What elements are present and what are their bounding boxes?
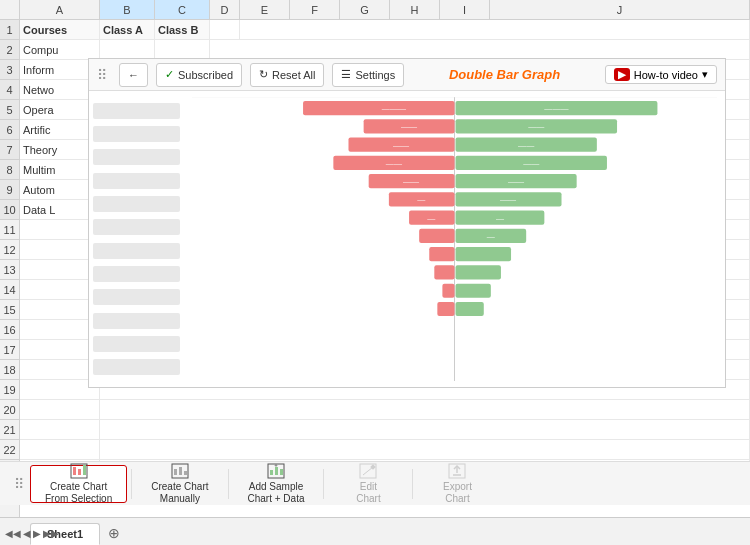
svg-rect-17 (371, 464, 377, 470)
add-sample-chart-button[interactable]: + Add SampleChart + Data (233, 465, 320, 503)
bar-left-9 (429, 247, 454, 261)
subscribed-button[interactable]: ✓ Subscribed (156, 63, 242, 87)
toolbar-separator-1 (131, 469, 132, 499)
cell-b2[interactable] (100, 40, 155, 59)
cell-a1[interactable]: Courses (20, 20, 100, 39)
howto-label: How-to video (634, 69, 698, 81)
cell-rest-22[interactable] (100, 440, 750, 459)
row-num-9[interactable]: 9 (0, 180, 19, 200)
tab-next-arrow[interactable]: ▶ (33, 528, 41, 539)
row-num-20[interactable]: 20 (0, 400, 19, 420)
row-num-17[interactable]: 17 (0, 340, 19, 360)
cell-rest-1[interactable] (240, 20, 750, 39)
tab-prev-arrow[interactable]: ◀ (23, 528, 31, 539)
export-chart-button[interactable]: ExportChart (417, 465, 497, 503)
row-num-13[interactable]: 13 (0, 260, 19, 280)
cell-a2[interactable]: Compu (20, 40, 100, 59)
svg-rect-5 (83, 465, 86, 475)
col-header-i[interactable]: I (440, 0, 490, 19)
cell-a21[interactable] (20, 420, 100, 439)
row-num-15[interactable]: 15 (0, 300, 19, 320)
col-header-b[interactable]: B (100, 0, 155, 19)
y-label-3 (93, 149, 180, 165)
row-num-3[interactable]: 3 (0, 60, 19, 80)
row-num-8[interactable]: 8 (0, 160, 19, 180)
y-label-5 (93, 196, 180, 212)
spreadsheet: A B C D E F G H I J 1 2 3 4 5 6 7 8 9 10… (0, 0, 750, 545)
column-headers: A B C D E F G H I J (0, 0, 750, 20)
row-num-12[interactable]: 12 (0, 240, 19, 260)
row-num-10[interactable]: 10 (0, 200, 19, 220)
row-num-21[interactable]: 21 (0, 420, 19, 440)
svg-rect-13 (280, 469, 283, 475)
row-num-7[interactable]: 7 (0, 140, 19, 160)
export-chart-label: ExportChart (443, 481, 472, 505)
toolbar-separator-2 (228, 469, 229, 499)
check-icon: ✓ (165, 68, 174, 81)
bar-right-11 (456, 284, 491, 298)
row-num-19[interactable]: 19 (0, 380, 19, 400)
back-button[interactable]: ← (119, 63, 148, 87)
cell-c1[interactable]: Class B (155, 20, 210, 39)
row-num-11[interactable]: 11 (0, 220, 19, 240)
create-chart-from-selection-button[interactable]: Create ChartFrom Selection (30, 465, 127, 503)
cell-d1[interactable] (210, 20, 240, 39)
cell-rest-20[interactable] (100, 400, 750, 419)
row-num-18[interactable]: 18 (0, 360, 19, 380)
col-header-h[interactable]: H (390, 0, 440, 19)
y-label-6 (93, 219, 180, 235)
y-label-12 (93, 359, 180, 375)
svg-text:+: + (274, 463, 278, 468)
cell-a22[interactable] (20, 440, 100, 459)
add-sheet-button[interactable]: ⊕ (100, 521, 128, 545)
toolbar-drag-handle[interactable]: ⠿ (8, 476, 30, 492)
toolbar-separator-4 (412, 469, 413, 499)
col-header-j[interactable]: J (490, 0, 750, 19)
svg-rect-3 (73, 467, 76, 475)
bar-label-l7: — (427, 214, 436, 223)
bar-left-1 (303, 101, 454, 115)
y-label-4 (93, 173, 180, 189)
settings-icon: ☰ (341, 68, 351, 81)
settings-button[interactable]: ☰ Settings (332, 63, 404, 87)
export-chart-icon (448, 463, 466, 479)
svg-rect-15 (360, 464, 376, 478)
tab-first-arrow[interactable]: ◀◀ (5, 528, 21, 539)
create-chart-manually-button[interactable]: Create ChartManually (136, 465, 223, 503)
col-header-d[interactable]: D (210, 0, 240, 19)
table-row (20, 400, 750, 420)
cell-c2[interactable] (155, 40, 210, 59)
cell-b1[interactable]: Class A (100, 20, 155, 39)
cell-a20[interactable] (20, 400, 100, 419)
row-num-2[interactable]: 2 (0, 40, 19, 60)
tab-last-arrow[interactable]: ▶▶ (43, 528, 59, 539)
chart-drag-handle[interactable]: ⠿ (97, 67, 107, 83)
cell-rest-2[interactable] (210, 40, 750, 59)
table-row: Compu (20, 40, 750, 60)
row-num-4[interactable]: 4 (0, 80, 19, 100)
col-header-c[interactable]: C (155, 0, 210, 19)
cell-rest-21[interactable] (100, 420, 750, 439)
row-num-6[interactable]: 6 (0, 120, 19, 140)
row-num-22[interactable]: 22 (0, 440, 19, 460)
y-label-2 (93, 126, 180, 142)
row-num-16[interactable]: 16 (0, 320, 19, 340)
row-num-14[interactable]: 14 (0, 280, 19, 300)
y-label-10 (93, 313, 180, 329)
row-num-1[interactable]: 1 (0, 20, 19, 40)
bar-label-r6: —— (500, 195, 517, 204)
howto-button[interactable]: ▶ How-to video ▾ (605, 65, 717, 84)
svg-rect-12 (275, 467, 278, 475)
svg-rect-9 (184, 471, 187, 475)
reset-all-button[interactable]: ↻ Reset All (250, 63, 324, 87)
edit-chart-label: EditChart (356, 481, 380, 505)
tab-navigation-arrows: ◀◀ ◀ ▶ ▶▶ (5, 528, 59, 539)
edit-chart-button[interactable]: EditChart (328, 465, 408, 503)
col-header-f[interactable]: F (290, 0, 340, 19)
chart-svg: ——— ——— —— —— —— —— —— (192, 97, 717, 381)
row-num-5[interactable]: 5 (0, 100, 19, 120)
chart-body: ——— ——— —— —— —— —— —— (89, 91, 725, 387)
col-header-g[interactable]: G (340, 0, 390, 19)
col-header-a[interactable]: A (20, 0, 100, 19)
col-header-e[interactable]: E (240, 0, 290, 19)
